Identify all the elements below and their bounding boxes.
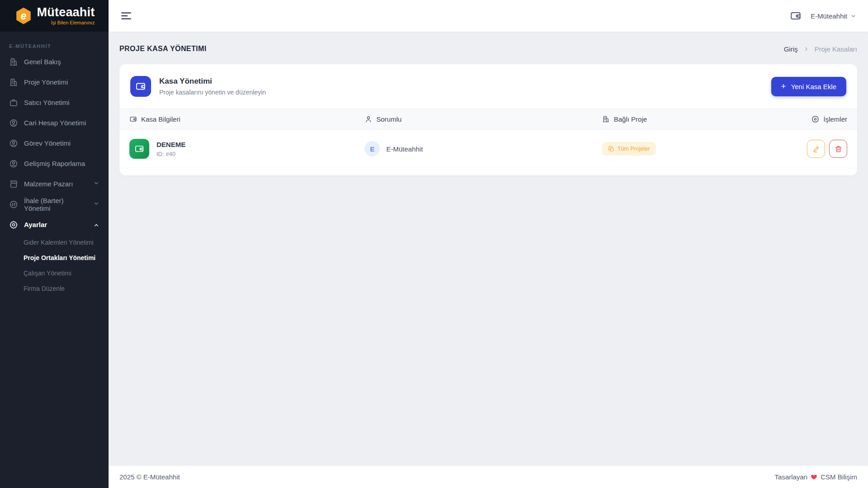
- sidebar-item-proje-yonetimi[interactable]: Proje Yönetimi: [0, 72, 109, 92]
- footer-designer-name: CSM Bilişim: [821, 473, 857, 481]
- copy-icon: [608, 146, 614, 152]
- kasa-name: DENEME: [157, 141, 185, 148]
- sidebar-nav: E-MÜTEAHHIT Genel Bakış Proje Yönetimi S…: [0, 32, 109, 488]
- pencil-icon: [812, 145, 820, 153]
- sidebar-item-label: Cari Hesap Yönetimi: [24, 119, 86, 127]
- column-header-kasa-bilgileri: Kasa Bilgileri: [141, 115, 180, 123]
- sidebar-item-gelismis-raporlama[interactable]: Gelişmiş Raporlama: [0, 153, 109, 174]
- column-header-sorumlu: Sorumlu: [376, 115, 402, 123]
- breadcrumb-current: Proje Kasaları: [815, 45, 857, 53]
- sidebar-item-label: Genel Bakış: [24, 58, 61, 66]
- brand-hexagon-icon: [14, 6, 33, 25]
- user-circle-icon: [9, 118, 18, 128]
- delete-button[interactable]: [829, 140, 847, 158]
- building-icon: [602, 115, 610, 123]
- barter-icon: [9, 200, 18, 209]
- sidebar-item-gorev-yonetimi[interactable]: Görev Yönetimi: [0, 133, 109, 153]
- user-menu[interactable]: E-Müteahhit: [811, 12, 856, 20]
- building-icon: [9, 57, 18, 66]
- sidebar-item-label: Ayarlar: [24, 221, 47, 228]
- brand-name: Müteaahit: [37, 6, 95, 19]
- page-title: PROJE KASA YÖNETIMI: [119, 45, 207, 53]
- submenu-item-calisan-yonetimi[interactable]: Çalışan Yönetimi: [0, 265, 109, 281]
- column-header-islemler: İşlemler: [823, 115, 847, 123]
- settings-submenu: Gider Kalemleri Yönetimi Proje Ortakları…: [0, 235, 109, 296]
- app-root: Müteaahit İşi Bilen Elemanınız E-MÜTEAHH…: [0, 0, 868, 488]
- card-subtitle: Proje kasalarını yönetin ve düzenleyin: [159, 89, 266, 96]
- sidebar-item-ihale-barter-yonetimi[interactable]: İhale (Barter) Yönetimi: [0, 194, 109, 214]
- briefcase-icon: [9, 98, 18, 107]
- sidebar-item-label: Malzeme Pazarı: [24, 180, 73, 188]
- trash-icon: [835, 145, 842, 153]
- add-kasa-button-label: Yeni Kasa Ekle: [791, 83, 836, 90]
- sidebar-item-malzeme-pazari[interactable]: Malzeme Pazarı: [0, 174, 109, 194]
- project-badge: Tüm Projeler: [602, 142, 656, 156]
- badge-gear-icon: [811, 115, 819, 123]
- sidebar-section-label: E-MÜTEAHHIT: [0, 32, 109, 52]
- submenu-item-proje-ortaklari[interactable]: Proje Ortakları Yönetimi: [0, 250, 109, 265]
- sidebar: Müteaahit İşi Bilen Elemanınız E-MÜTEAHH…: [0, 0, 109, 488]
- brand-tagline: İşi Bilen Elemanınız: [37, 20, 95, 25]
- heart-icon: [811, 474, 817, 480]
- chevron-down-icon: [850, 13, 856, 19]
- table-header-row: Kasa Bilgileri Sorumlu Bağlı Proje İşlem…: [119, 109, 857, 130]
- user-circle-icon: [9, 139, 18, 148]
- wallet-icon: [130, 76, 151, 97]
- topbar: E-Müteahhit: [109, 0, 868, 32]
- sidebar-item-label: Proje Yönetimi: [24, 78, 68, 86]
- breadcrumb-home[interactable]: Giriş: [784, 45, 798, 53]
- kasa-yonetimi-card: Kasa Yönetimi Proje kasalarını yönetin v…: [119, 64, 857, 175]
- footer-designer-prefix: Tasarlayan: [775, 473, 808, 481]
- table-row: DENEME ID: #40 E E-Müteahhit Tüm Projele…: [119, 130, 857, 168]
- sidebar-item-label: Gelişmiş Raporlama: [24, 160, 85, 167]
- kasa-id: ID: #40: [157, 151, 185, 157]
- sidebar-item-ayarlar[interactable]: Ayarlar: [0, 214, 109, 235]
- avatar: E: [365, 141, 380, 156]
- user-circle-icon: [9, 159, 18, 168]
- add-kasa-button[interactable]: + Yeni Kasa Ekle: [771, 77, 846, 96]
- page-content: PROJE KASA YÖNETIMI Giriş Proje Kasaları…: [109, 32, 868, 466]
- card-title: Kasa Yönetimi: [159, 77, 266, 86]
- gear-icon: [9, 220, 18, 229]
- wallet-icon: [129, 115, 137, 123]
- sidebar-item-genel-bakis[interactable]: Genel Bakış: [0, 52, 109, 72]
- sidebar-item-satici-yonetimi[interactable]: Satıcı Yönetimi: [0, 92, 109, 113]
- submenu-item-gider-kalemleri[interactable]: Gider Kalemleri Yönetimi: [0, 235, 109, 250]
- chevron-right-icon: [803, 46, 809, 52]
- sidebar-item-cari-hesap-yonetimi[interactable]: Cari Hesap Yönetimi: [0, 113, 109, 133]
- person-icon: [365, 115, 372, 123]
- footer: 2025 © E-Müteahhit Tasarlayan CSM Bilişi…: [109, 466, 868, 488]
- brand-logo[interactable]: Müteaahit İşi Bilen Elemanınız: [0, 0, 109, 32]
- column-header-bagli-proje: Bağlı Proje: [614, 115, 647, 123]
- wallet-icon[interactable]: [790, 10, 802, 22]
- sidebar-item-label: Görev Yönetimi: [24, 139, 71, 147]
- submenu-item-firma-duzenle[interactable]: Firma Düzenle: [0, 281, 109, 296]
- sidebar-item-label: İhale (Barter) Yönetimi: [24, 197, 87, 212]
- chevron-down-icon: [93, 200, 100, 208]
- wallet-icon: [129, 139, 149, 159]
- building-icon: [9, 78, 18, 87]
- plus-icon: +: [781, 82, 786, 90]
- breadcrumb: Giriş Proje Kasaları: [784, 45, 857, 53]
- project-badge-label: Tüm Projeler: [617, 146, 650, 152]
- footer-copyright: 2025 © E-Müteahhit: [119, 473, 180, 481]
- store-icon: [9, 180, 18, 189]
- main-area: E-Müteahhit PROJE KASA YÖNETIMI Giriş Pr…: [109, 0, 868, 488]
- user-menu-label: E-Müteahhit: [811, 12, 847, 20]
- hamburger-menu-icon[interactable]: [120, 10, 132, 22]
- chevron-up-icon: [93, 221, 100, 228]
- chevron-down-icon: [93, 180, 100, 188]
- sidebar-item-label: Satıcı Yönetimi: [24, 99, 70, 106]
- responsible-name: E-Müteahhit: [386, 145, 423, 153]
- edit-button[interactable]: [807, 140, 825, 158]
